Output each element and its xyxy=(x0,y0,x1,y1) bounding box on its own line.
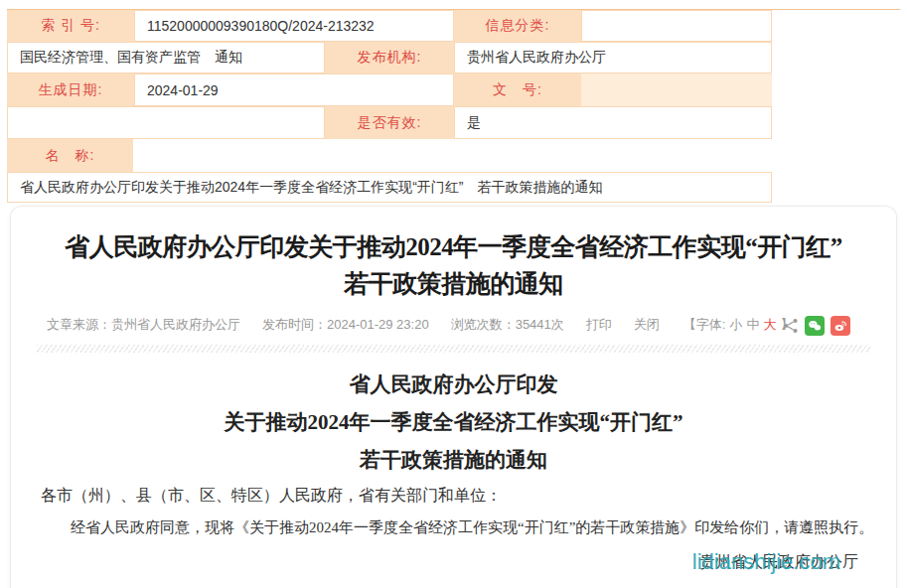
empty-cell xyxy=(7,106,325,139)
close-button[interactable]: 关闭 xyxy=(634,316,660,334)
info-category-label: 信息分类: xyxy=(454,10,581,42)
document-heading-line: 关于推动2024年一季度全省经济工作实现“开门红” xyxy=(11,403,896,441)
index-number-label: 索 引 号: xyxy=(7,10,134,42)
salutation-paragraph: 各市（州）、县（市、区、特区）人民政府，省有关部门和单位： xyxy=(41,486,866,507)
issuing-agency-label: 发布机构: xyxy=(325,42,454,74)
print-button[interactable]: 打印 xyxy=(586,316,612,334)
weibo-icon xyxy=(832,318,848,334)
publish-time: 发布时间：2024-01-29 23:20 xyxy=(262,316,429,334)
share-buttons xyxy=(783,316,850,336)
signature-agency: 贵州省人民政府办公厅 xyxy=(11,552,858,573)
article-panel: 省人民政府办公厅印发关于推动2024年一季度全省经济工作实现“开门红” 若干政策… xyxy=(10,206,897,588)
info-category-topic-value: 国民经济管理、国有资产监管 通知 xyxy=(7,42,325,74)
name-value: 省人民政府办公厅印发关于推动2024年一季度全省经济工作实现“开门红” 若干政策… xyxy=(7,172,772,203)
generate-date-value: 2024-01-29 xyxy=(134,74,454,106)
name-label: 名 称: xyxy=(7,139,133,172)
document-number-label: 文 号: xyxy=(454,74,581,106)
issuing-agency-value: 贵州省人民政府办公厅 xyxy=(454,42,772,74)
share-icon[interactable] xyxy=(783,318,799,334)
view-count: 浏览次数：35441次 xyxy=(451,316,564,334)
article-source: 文章来源：贵州省人民政府办公厅 xyxy=(47,316,240,334)
generate-date-label: 生成日期: xyxy=(7,74,134,106)
article-meta-bar: 文章来源：贵州省人民政府办公厅 发布时间：2024-01-29 23:20 浏览… xyxy=(47,316,896,334)
font-widget-label: 【字体: xyxy=(683,317,726,332)
document-heading-line: 若干政策措施的通知 xyxy=(11,441,896,479)
wechat-icon xyxy=(807,318,823,334)
is-valid-value: 是 xyxy=(454,106,772,139)
font-medium-button[interactable]: 中 xyxy=(746,317,759,332)
document-heading: 省人民政府办公厅印发 关于推动2024年一季度全省经济工作实现“开门红” 若干政… xyxy=(11,366,896,479)
weibo-share-button[interactable] xyxy=(831,316,850,336)
page-title: 省人民政府办公厅印发关于推动2024年一季度全省经济工作实现“开门红” 若干政策… xyxy=(43,228,864,302)
document-number-value xyxy=(581,74,772,106)
document-heading-line: 省人民政府办公厅印发 xyxy=(11,366,896,403)
font-size-widget: 【字体:小中大】 xyxy=(681,316,796,334)
body-paragraph: 经省人民政府同意，现将《关于推动2024年一季度全省经济工作实现“开门红”的若干… xyxy=(41,518,870,537)
wechat-share-button[interactable] xyxy=(805,316,825,336)
hatched-divider xyxy=(37,345,870,353)
is-valid-label: 是否有效: xyxy=(325,106,454,139)
info-category-value xyxy=(581,10,772,42)
font-large-button[interactable]: 大 xyxy=(763,317,776,332)
document-meta-table: 索 引 号: 11520000009390180Q/2024-213232 信息… xyxy=(0,0,907,204)
index-number-value: 11520000009390180Q/2024-213232 xyxy=(134,10,454,42)
font-small-button[interactable]: 小 xyxy=(729,317,742,332)
